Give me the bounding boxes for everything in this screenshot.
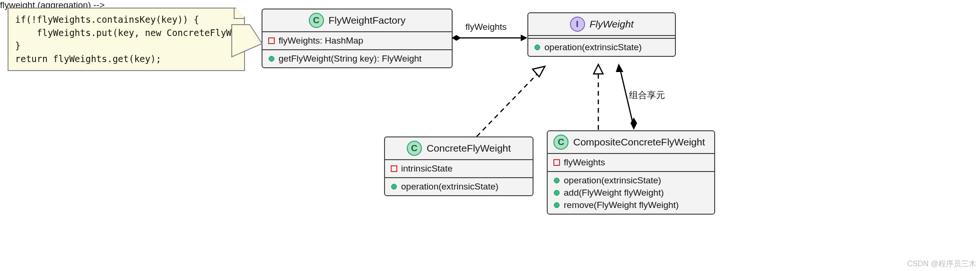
realization-composite-flyweight [589,63,608,132]
operation-text: operation(extrinsicState) [544,42,642,53]
class-concrete-flyweight: C ConcreteFlyWeight intrinsicState opera… [384,136,534,196]
visibility-public-icon [391,183,397,190]
visibility-public-icon [553,190,560,196]
visibility-private-icon [268,37,275,44]
attributes-section: intrinsicState [385,159,533,177]
operation-row: remove(FlyWeight flyWeight) [553,199,709,211]
attribute-row: intrinsicState [391,163,527,175]
svg-marker-9 [616,63,623,72]
operation-row: getFlyWeight(String key): FlyWeight [268,53,446,65]
operation-text: getFlyWeight(String key): FlyWeight [279,54,421,64]
operation-row: operation(extrinsicState) [534,41,669,54]
visibility-private-icon [391,165,397,172]
class-header: I FlyWeight [528,13,675,35]
attribute-text: flyWeights: HashMap [279,36,363,46]
interface-name: FlyWeight [590,18,634,30]
operation-text: add(FlyWeight flyWeight) [564,188,664,198]
operation-row: add(FlyWeight flyWeight) [553,187,709,199]
composition-label: 组合享元 [629,89,665,101]
attributes-section: flyWeights: HashMap [262,31,452,49]
class-icon: C [407,141,422,156]
class-composite-flyweight: C CompositeConcreteFlyWeight flyWeights … [547,130,715,215]
operation-row: operation(extrinsicState) [391,181,527,193]
visibility-public-icon [534,44,541,51]
visibility-private-icon [553,159,560,166]
class-flyweight-factory: C FlyWeightFactory flyWeights: HashMap g… [262,9,453,68]
operations-section: operation(extrinsicState) add(FlyWeight … [548,171,714,214]
operation-text: operation(extrinsicState) [564,175,661,186]
class-header: C FlyWeightFactory [262,9,452,31]
class-icon: C [309,13,324,28]
svg-line-4 [477,72,539,136]
attribute-text: intrinsicState [401,163,453,174]
class-name: FlyWeightFactory [329,15,406,26]
attribute-row: flyWeights: HashMap [268,35,446,47]
aggregation-factory-flyweight [451,33,529,43]
class-name: ConcreteFlyWeight [427,143,511,154]
svg-marker-7 [594,64,603,74]
operation-row: operation(extrinsicState) [553,174,709,187]
class-name: CompositeConcreteFlyWeight [573,136,705,148]
svg-marker-10 [630,117,637,130]
visibility-public-icon [553,202,560,208]
realization-concrete-flyweight [473,63,553,138]
watermark: CSDN @程序员三木 [907,259,976,269]
attribute-row: flyWeights [553,156,709,169]
svg-marker-3 [521,35,527,41]
note-factory-code: if(!flyWeights.containsKey(key)) { flyWe… [8,8,245,71]
visibility-public-icon [268,55,275,62]
attributes-section: flyWeights [548,153,714,171]
interface-flyweight: I FlyWeight operation(extrinsicState) [527,12,676,57]
class-header: C ConcreteFlyWeight [385,137,533,159]
attribute-text: flyWeights [564,157,605,168]
operation-text: remove(FlyWeight flyWeight) [564,200,679,210]
class-icon: C [553,135,569,150]
operations-section: getFlyWeight(String key): FlyWeight [262,49,452,67]
class-header: C CompositeConcreteFlyWeight [548,131,714,153]
operation-text: operation(extrinsicState) [401,181,499,192]
operations-section: operation(extrinsicState) [528,38,675,56]
interface-icon: I [570,17,585,32]
svg-marker-5 [533,66,545,77]
operations-section: operation(extrinsicState) [385,177,533,195]
visibility-public-icon [553,177,560,184]
assoc-label-flyweights: flyWeights [465,22,507,32]
svg-marker-2 [452,35,461,41]
